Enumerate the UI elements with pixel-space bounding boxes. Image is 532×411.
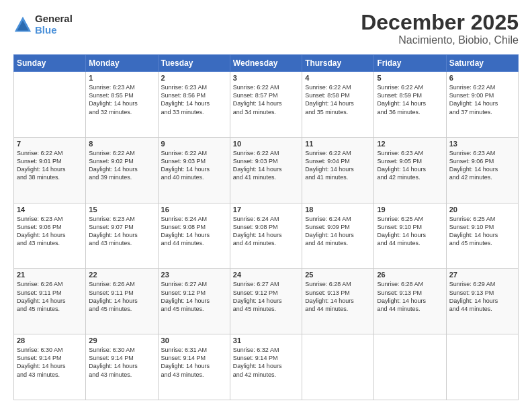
calendar-cell: 12Sunrise: 6:23 AM Sunset: 9:05 PM Dayli… [374,137,446,203]
calendar-cell [446,334,518,400]
day-info: Sunrise: 6:22 AM Sunset: 9:03 PM Dayligh… [161,149,227,182]
col-monday: Monday [86,55,158,72]
calendar-cell: 1Sunrise: 6:23 AM Sunset: 8:55 PM Daylig… [86,72,158,138]
day-info: Sunrise: 6:24 AM Sunset: 9:09 PM Dayligh… [305,215,371,248]
col-friday: Friday [374,55,446,72]
day-info: Sunrise: 6:22 AM Sunset: 8:57 PM Dayligh… [233,83,299,116]
day-number: 23 [161,271,227,279]
day-number: 25 [305,271,371,279]
day-number: 13 [449,140,515,148]
day-info: Sunrise: 6:23 AM Sunset: 9:05 PM Dayligh… [377,149,443,182]
calendar-week-5: 28Sunrise: 6:30 AM Sunset: 9:14 PM Dayli… [14,334,519,400]
day-number: 14 [17,205,83,214]
calendar-cell: 27Sunrise: 6:29 AM Sunset: 9:13 PM Dayli… [446,269,518,334]
calendar-cell [302,334,374,400]
calendar-cell: 3Sunrise: 6:22 AM Sunset: 8:57 PM Daylig… [230,72,302,138]
calendar-cell: 13Sunrise: 6:23 AM Sunset: 9:06 PM Dayli… [446,137,518,203]
title-area: December 2025 Nacimiento, Biobio, Chile [361,11,519,46]
calendar-cell: 10Sunrise: 6:22 AM Sunset: 9:03 PM Dayli… [230,137,302,203]
day-info: Sunrise: 6:22 AM Sunset: 8:59 PM Dayligh… [377,83,443,116]
col-thursday: Thursday [302,55,374,72]
day-number: 6 [449,74,515,82]
calendar-cell: 7Sunrise: 6:22 AM Sunset: 9:01 PM Daylig… [14,137,86,203]
day-number: 8 [89,140,154,148]
logo: General Blue [13,13,73,36]
day-info: Sunrise: 6:22 AM Sunset: 9:01 PM Dayligh… [17,149,83,182]
day-number: 28 [17,336,83,345]
day-number: 18 [305,205,371,214]
calendar-cell: 23Sunrise: 6:27 AM Sunset: 9:12 PM Dayli… [158,269,230,334]
day-info: Sunrise: 6:31 AM Sunset: 9:14 PM Dayligh… [161,346,227,379]
day-info: Sunrise: 6:25 AM Sunset: 9:10 PM Dayligh… [449,215,515,248]
month-title: December 2025 [361,11,519,34]
calendar-cell: 8Sunrise: 6:22 AM Sunset: 9:02 PM Daylig… [86,137,158,203]
day-info: Sunrise: 6:22 AM Sunset: 8:58 PM Dayligh… [305,83,371,116]
subtitle: Nacimiento, Biobio, Chile [361,34,519,46]
header-row: Sunday Monday Tuesday Wednesday Thursday… [14,55,519,72]
day-number: 22 [89,271,154,279]
logo-icon [13,15,32,34]
calendar-cell: 11Sunrise: 6:22 AM Sunset: 9:04 PM Dayli… [302,137,374,203]
calendar-header: Sunday Monday Tuesday Wednesday Thursday… [14,55,519,72]
day-info: Sunrise: 6:23 AM Sunset: 9:06 PM Dayligh… [17,215,83,248]
day-number: 15 [89,205,154,214]
calendar-body: 1Sunrise: 6:23 AM Sunset: 8:55 PM Daylig… [14,72,519,400]
calendar-cell: 24Sunrise: 6:27 AM Sunset: 9:12 PM Dayli… [230,269,302,334]
calendar-week-1: 1Sunrise: 6:23 AM Sunset: 8:55 PM Daylig… [14,72,519,138]
calendar-cell: 15Sunrise: 6:23 AM Sunset: 9:07 PM Dayli… [86,203,158,269]
day-number: 7 [17,140,83,148]
logo-general-label: General [35,13,73,25]
calendar-cell: 31Sunrise: 6:32 AM Sunset: 9:14 PM Dayli… [230,334,302,400]
day-info: Sunrise: 6:22 AM Sunset: 9:04 PM Dayligh… [305,149,371,182]
day-number: 30 [161,336,227,345]
col-tuesday: Tuesday [158,55,230,72]
calendar-cell: 22Sunrise: 6:26 AM Sunset: 9:11 PM Dayli… [86,269,158,334]
col-wednesday: Wednesday [230,55,302,72]
day-info: Sunrise: 6:23 AM Sunset: 8:56 PM Dayligh… [161,83,227,116]
day-info: Sunrise: 6:28 AM Sunset: 9:13 PM Dayligh… [305,280,371,313]
calendar-cell: 26Sunrise: 6:28 AM Sunset: 9:13 PM Dayli… [374,269,446,334]
day-number: 4 [305,74,371,82]
calendar-cell: 2Sunrise: 6:23 AM Sunset: 8:56 PM Daylig… [158,72,230,138]
calendar-cell: 4Sunrise: 6:22 AM Sunset: 8:58 PM Daylig… [302,72,374,138]
calendar-cell: 18Sunrise: 6:24 AM Sunset: 9:09 PM Dayli… [302,203,374,269]
day-number: 3 [233,74,299,82]
calendar-cell [374,334,446,400]
day-number: 21 [17,271,83,279]
calendar-week-4: 21Sunrise: 6:26 AM Sunset: 9:11 PM Dayli… [14,269,519,334]
day-number: 2 [161,74,227,82]
calendar-cell: 21Sunrise: 6:26 AM Sunset: 9:11 PM Dayli… [14,269,86,334]
day-info: Sunrise: 6:24 AM Sunset: 9:08 PM Dayligh… [161,215,227,248]
day-number: 29 [89,336,154,345]
calendar-cell: 9Sunrise: 6:22 AM Sunset: 9:03 PM Daylig… [158,137,230,203]
day-info: Sunrise: 6:25 AM Sunset: 9:10 PM Dayligh… [377,215,443,248]
day-number: 27 [449,271,515,279]
calendar-cell: 29Sunrise: 6:30 AM Sunset: 9:14 PM Dayli… [86,334,158,400]
day-number: 19 [377,205,443,214]
header: General Blue December 2025 Nacimiento, B… [13,11,519,46]
day-number: 24 [233,271,299,279]
calendar-cell [14,72,86,138]
day-number: 9 [161,140,227,148]
day-number: 12 [377,140,443,148]
col-saturday: Saturday [446,55,518,72]
day-info: Sunrise: 6:22 AM Sunset: 9:00 PM Dayligh… [449,83,515,116]
day-info: Sunrise: 6:26 AM Sunset: 9:11 PM Dayligh… [89,280,154,313]
calendar-cell: 19Sunrise: 6:25 AM Sunset: 9:10 PM Dayli… [374,203,446,269]
calendar-table: Sunday Monday Tuesday Wednesday Thursday… [13,54,519,400]
calendar-week-2: 7Sunrise: 6:22 AM Sunset: 9:01 PM Daylig… [14,137,519,203]
calendar-cell: 6Sunrise: 6:22 AM Sunset: 9:00 PM Daylig… [446,72,518,138]
logo-text: General Blue [35,13,73,36]
day-info: Sunrise: 6:26 AM Sunset: 9:11 PM Dayligh… [17,280,83,313]
day-number: 26 [377,271,443,279]
calendar-cell: 25Sunrise: 6:28 AM Sunset: 9:13 PM Dayli… [302,269,374,334]
page: General Blue December 2025 Nacimiento, B… [0,0,532,411]
day-number: 5 [377,74,443,82]
logo-blue-label: Blue [35,25,73,36]
day-info: Sunrise: 6:27 AM Sunset: 9:12 PM Dayligh… [233,280,299,313]
day-info: Sunrise: 6:30 AM Sunset: 9:14 PM Dayligh… [89,346,154,379]
calendar-cell: 20Sunrise: 6:25 AM Sunset: 9:10 PM Dayli… [446,203,518,269]
day-info: Sunrise: 6:29 AM Sunset: 9:13 PM Dayligh… [449,280,515,313]
day-info: Sunrise: 6:27 AM Sunset: 9:12 PM Dayligh… [161,280,227,313]
day-number: 10 [233,140,299,148]
